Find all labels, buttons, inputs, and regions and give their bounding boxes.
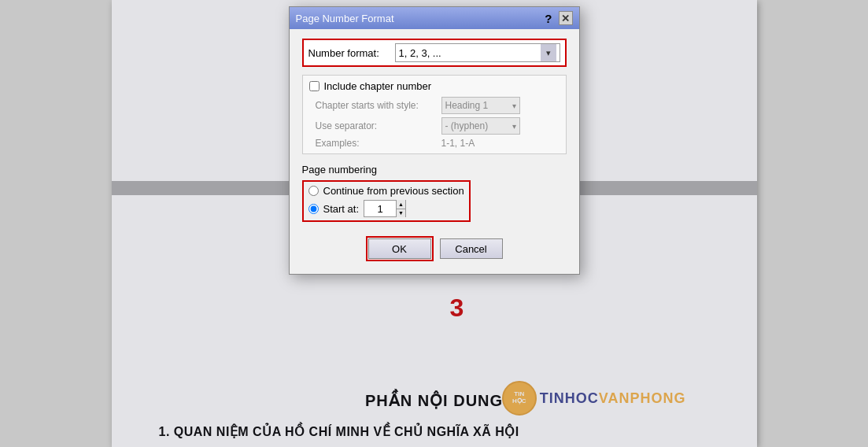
close-button[interactable]: ✕ — [559, 11, 573, 25]
chapter-section: Include chapter number Chapter starts wi… — [302, 75, 567, 154]
continue-radio[interactable] — [308, 186, 319, 196]
step2-highlight-box: Continue from previous section Start at:… — [302, 180, 471, 222]
start-at-label: Start at: — [323, 203, 360, 215]
use-separator-label: Use separator: — [316, 120, 441, 131]
ok-button[interactable]: OK — [368, 238, 431, 259]
number-format-row: Number format: 1, 2, 3, ... ▾ — [302, 39, 567, 67]
page-numbering-label: Page numbering — [302, 164, 567, 175]
spinner-down-button[interactable]: ▼ — [397, 209, 405, 218]
ok-button-wrapper: OK — [366, 236, 434, 261]
cancel-button[interactable]: Cancel — [440, 238, 503, 259]
spinner-up-button[interactable]: ▲ — [397, 200, 405, 209]
dialog-controls: ? ✕ — [545, 11, 572, 25]
continue-label: Continue from previous section — [323, 185, 464, 197]
start-at-input[interactable]: 1 — [364, 201, 396, 216]
examples-label: Examples: — [316, 138, 441, 149]
help-button[interactable]: ? — [545, 12, 552, 25]
separator-select-arrow-icon: ▾ — [512, 122, 516, 131]
dialog-title: Page Number Format — [296, 13, 394, 24]
start-at-spinner[interactable]: 1 ▲ ▼ — [364, 200, 406, 217]
include-chapter-label: Include chapter number — [324, 80, 432, 92]
chapter-starts-select[interactable]: Heading 1 ▾ — [441, 97, 520, 114]
continue-radio-row: Continue from previous section — [308, 185, 464, 197]
chapter-starts-row: Chapter starts with style: Heading 1 ▾ — [316, 97, 560, 114]
number-format-value: 1, 2, 3, ... — [399, 47, 441, 59]
page-numbering-section: Page numbering Continue from previous se… — [302, 164, 567, 222]
chapter-details: Chapter starts with style: Heading 1 ▾ U… — [309, 97, 560, 149]
use-separator-value: - (hyphen) — [445, 120, 489, 131]
chapter-starts-value: Heading 1 — [445, 100, 489, 111]
number-format-select[interactable]: 1, 2, 3, ... ▾ — [395, 43, 560, 62]
dialog-body: Number format: 1, 2, 3, ... ▾ Include ch… — [290, 29, 579, 274]
chapter-select-arrow-icon: ▾ — [512, 102, 516, 110]
document-area: PHẦN NỘI DUNG 1. QUAN NIỆM CỦA HỒ CHÍ MI… — [0, 0, 868, 447]
start-at-radio[interactable] — [308, 204, 319, 214]
examples-row: Examples: 1-1, 1-A — [316, 138, 560, 149]
examples-value: 1-1, 1-A — [441, 138, 475, 149]
spinner-arrows: ▲ ▼ — [396, 200, 405, 217]
dialog-overlay: Page Number Format ? ✕ Number format: 1,… — [112, 0, 757, 447]
dialog-titlebar: Page Number Format ? ✕ — [290, 7, 579, 29]
document-page: PHẦN NỘI DUNG 1. QUAN NIỆM CỦA HỒ CHÍ MI… — [112, 0, 757, 447]
start-at-row: Start at: 1 ▲ ▼ — [308, 200, 464, 217]
dialog-buttons: OK Cancel — [302, 230, 567, 264]
use-separator-select[interactable]: - (hyphen) ▾ — [441, 117, 520, 135]
use-separator-row: Use separator: - (hyphen) ▾ — [316, 117, 560, 135]
page-number-format-dialog: Page Number Format ? ✕ Number format: 1,… — [289, 6, 580, 275]
include-chapter-row: Include chapter number — [309, 80, 560, 92]
chapter-starts-label: Chapter starts with style: — [316, 100, 441, 111]
number-format-label: Number format: — [308, 47, 395, 59]
chevron-down-icon[interactable]: ▾ — [541, 44, 556, 61]
include-chapter-checkbox[interactable] — [309, 81, 319, 91]
